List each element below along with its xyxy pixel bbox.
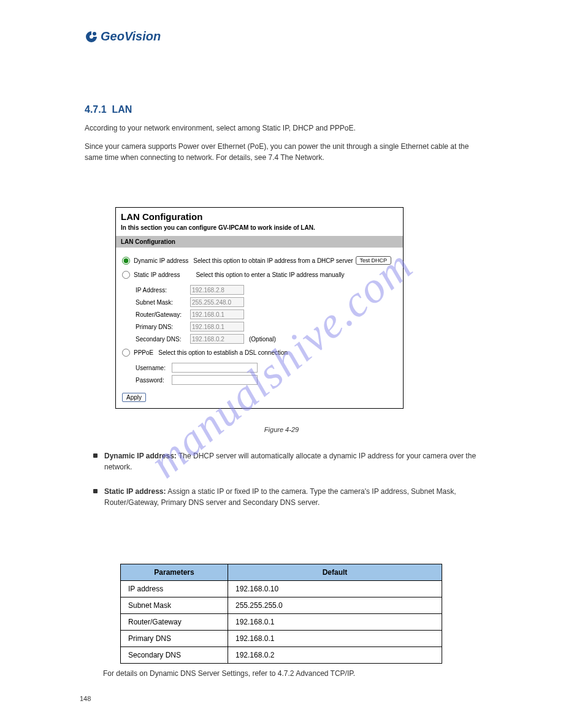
pppoe-row: PPPoE Select this option to establish a … — [122, 349, 397, 357]
pppoe-label: PPPoE — [134, 349, 153, 356]
pppoe-radio[interactable] — [122, 349, 130, 357]
password-label: Password: — [136, 377, 169, 384]
panel-description: In this section you can configure GV-IPC… — [116, 223, 403, 236]
username-input[interactable] — [172, 363, 258, 373]
static-ip-desc: Select this option to enter a Static IP … — [196, 271, 344, 278]
footer-text: For details on Dynamic DNS Server Settin… — [103, 669, 478, 678]
username-label: Username: — [136, 365, 169, 371]
panel-body: Dynamic IP address Select this option to… — [116, 248, 403, 408]
bullet-static-label: Static IP address: — [104, 487, 166, 496]
lan-config-panel: LAN Configuration In this section you ca… — [115, 207, 404, 409]
table-row: Subnet Mask 255.255.255.0 — [121, 597, 442, 614]
bullet-dynamic: Dynamic IP address: The DHCP server will… — [85, 450, 478, 472]
dynamic-ip-radio[interactable] — [122, 257, 130, 265]
password-input[interactable] — [172, 375, 258, 385]
secondary-dns-label: Secondary DNS: — [136, 336, 188, 343]
table-row: Router/Gateway 192.168.0.1 — [121, 614, 442, 631]
intro-paragraph-2: Since your camera supports Power over Et… — [85, 141, 478, 163]
defaults-table: Parameters Default IP address 192.168.0.… — [120, 564, 442, 664]
table-row: IP address 192.168.0.10 — [121, 581, 442, 597]
section-heading: 4.7.1 LAN — [85, 104, 132, 115]
logo-text: GeoVision — [101, 29, 161, 44]
intro-text: According to your network environment, s… — [85, 123, 478, 170]
panel-subheader: LAN Configuration — [116, 236, 403, 248]
subnet-mask-label: Subnet Mask: — [136, 299, 188, 306]
table-row: Secondary DNS 192.168.0.2 — [121, 647, 442, 664]
static-fields: IP Address: Subnet Mask: Router/Gateway:… — [136, 285, 397, 344]
dynamic-ip-label: Dynamic IP address — [134, 257, 188, 264]
bullet-dynamic-label: Dynamic IP address: — [104, 452, 177, 460]
router-gateway-input[interactable] — [190, 309, 244, 319]
logo-icon — [85, 30, 98, 44]
optional-note: (Optional) — [249, 336, 276, 343]
page-number: 148 — [80, 695, 91, 702]
dynamic-ip-row: Dynamic IP address Select this option to… — [122, 256, 397, 265]
figure-caption: Figure 4-29 — [264, 426, 299, 433]
secondary-dns-input[interactable] — [190, 334, 244, 344]
intro-paragraph-1: According to your network environment, s… — [85, 123, 478, 134]
bullet-static: Static IP address: Assign a static IP or… — [85, 486, 478, 508]
svg-point-0 — [93, 32, 96, 36]
apply-button[interactable]: Apply — [122, 393, 146, 402]
table-row: Primary DNS 192.168.0.1 — [121, 631, 442, 647]
primary-dns-input[interactable] — [190, 322, 244, 332]
subnet-mask-input[interactable] — [190, 297, 244, 307]
bullet-list: Dynamic IP address: The DHCP server will… — [85, 450, 478, 521]
table-header-default: Default — [228, 564, 442, 581]
panel-title: LAN Configuration — [116, 208, 403, 223]
table-header-parameters: Parameters — [121, 564, 228, 581]
pppoe-desc: Select this option to establish a DSL co… — [158, 349, 288, 356]
primary-dns-label: Primary DNS: — [136, 324, 188, 330]
ip-address-input[interactable] — [190, 285, 244, 295]
static-ip-radio[interactable] — [122, 271, 130, 279]
dynamic-ip-desc: Select this option to obtain IP address … — [193, 257, 353, 264]
ip-address-label: IP Address: — [136, 287, 188, 294]
static-ip-row: Static IP address Select this option to … — [122, 271, 397, 279]
static-ip-label: Static IP address — [134, 271, 180, 278]
router-gateway-label: Router/Gateway: — [136, 311, 188, 318]
logo: GeoVision — [85, 29, 161, 44]
pppoe-fields: Username: Password: — [136, 363, 397, 385]
test-dhcp-button[interactable]: Test DHCP — [356, 256, 392, 265]
